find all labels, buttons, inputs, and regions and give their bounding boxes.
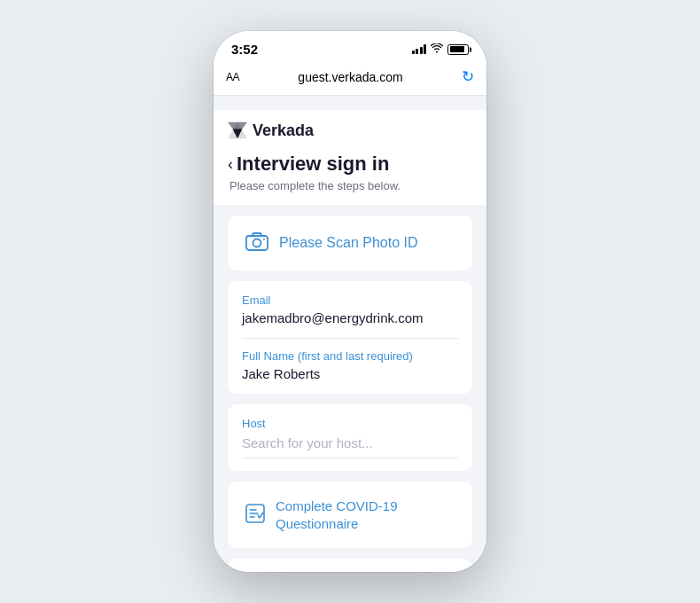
browser-refresh-icon[interactable]: ↻ xyxy=(462,67,474,86)
back-row[interactable]: ‹ Interview sign in xyxy=(228,153,472,176)
covid-questionnaire-button[interactable]: Complete COVID-19 Questionnaire xyxy=(228,482,472,548)
svg-rect-0 xyxy=(246,236,268,250)
battery-icon xyxy=(447,44,469,55)
host-placeholder-text: Search for your host... xyxy=(242,435,373,450)
sign-nondisclosure-button[interactable]: Sign Nondiscl... xyxy=(228,559,472,572)
full-name-label: Full Name (first and last required) xyxy=(242,349,458,363)
full-name-value: Jake Roberts xyxy=(242,366,458,381)
phone-frame: 3:52 AA guest.verkada.com ↻ xyxy=(214,31,486,572)
page-header: Verkada ‹ Interview sign in Please compl… xyxy=(214,110,486,205)
logo-row: Verkada xyxy=(228,121,472,140)
signal-bars-icon xyxy=(412,44,427,54)
full-name-field-group[interactable]: Full Name (first and last required) Jake… xyxy=(242,339,458,394)
host-search-input[interactable]: Search for your host... xyxy=(242,435,458,458)
page-subtitle: Please complete the steps below. xyxy=(228,179,472,192)
back-arrow-icon[interactable]: ‹ xyxy=(228,155,233,174)
logo-text: Verkada xyxy=(253,121,314,140)
status-bar: 3:52 xyxy=(214,31,486,62)
status-icons xyxy=(412,43,470,56)
browser-url[interactable]: guest.verkada.com xyxy=(246,70,455,84)
email-value: jakemadbro@energydrink.com xyxy=(242,310,458,325)
status-time: 3:52 xyxy=(231,42,258,57)
scan-photo-id-button[interactable]: Please Scan Photo ID xyxy=(228,215,472,270)
camera-icon xyxy=(245,231,268,255)
svg-point-2 xyxy=(263,239,265,240)
svg-point-1 xyxy=(253,239,261,247)
covid-questionnaire-label: Complete COVID-19 Questionnaire xyxy=(276,497,398,532)
form-section: Email jakemadbro@energydrink.com Full Na… xyxy=(228,281,472,394)
verkada-logo-icon xyxy=(228,121,247,140)
checklist-icon xyxy=(245,504,265,527)
scan-photo-id-label: Please Scan Photo ID xyxy=(279,235,418,251)
host-section[interactable]: Host Search for your host... xyxy=(228,404,472,471)
email-field-group[interactable]: Email jakemadbro@energydrink.com xyxy=(242,294,458,339)
page-title: Interview sign in xyxy=(237,153,389,176)
page-content: Verkada ‹ Interview sign in Please compl… xyxy=(214,96,486,572)
browser-aa-button[interactable]: AA xyxy=(226,71,239,83)
wifi-icon xyxy=(431,43,443,56)
email-label: Email xyxy=(242,294,458,307)
host-label: Host xyxy=(242,417,458,430)
browser-bar[interactable]: AA guest.verkada.com ↻ xyxy=(214,62,486,96)
